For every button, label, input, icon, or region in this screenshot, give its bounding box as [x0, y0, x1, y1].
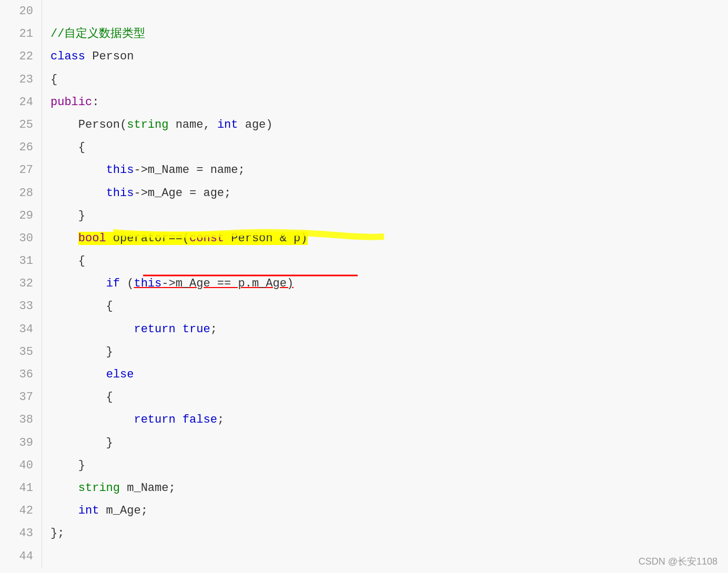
- line-content: else: [42, 363, 728, 386]
- line-content: this->m_Age = age;: [42, 182, 728, 204]
- code-row: 23{: [0, 68, 728, 91]
- line-number: 40: [0, 454, 42, 477]
- line-number: 38: [0, 408, 42, 431]
- line-content: bool operator==(const Person & p): [42, 227, 728, 250]
- line-number: 31: [0, 250, 42, 272]
- code-row: 28 this->m_Age = age;: [0, 182, 728, 204]
- line-content: int m_Age;: [42, 499, 728, 522]
- line-number: 27: [0, 159, 42, 181]
- line-content: [42, 0, 728, 23]
- line-number: 30: [0, 227, 42, 250]
- code-row: 31 {: [0, 250, 728, 272]
- code-row: 32 if (this->m_Age == p.m_Age): [0, 272, 728, 295]
- code-row: 38 return false;: [0, 408, 728, 431]
- line-number: 41: [0, 477, 42, 499]
- line-number: 22: [0, 45, 42, 68]
- code-row: 39 }: [0, 432, 728, 454]
- code-row: 44: [0, 545, 728, 568]
- line-content: return true;: [42, 318, 728, 341]
- code-row: 34 return true;: [0, 318, 728, 341]
- line-number: 32: [0, 272, 42, 295]
- line-content: {: [42, 68, 728, 91]
- line-number: 44: [0, 545, 42, 568]
- line-number: 26: [0, 136, 42, 159]
- line-content: {: [42, 136, 728, 159]
- code-row: 27 this->m_Name = name;: [0, 159, 728, 181]
- code-row: 20: [0, 0, 728, 23]
- line-content: }: [42, 432, 728, 454]
- code-row: 35 }: [0, 341, 728, 363]
- line-content: string m_Name;: [42, 477, 728, 499]
- line-number: 42: [0, 499, 42, 522]
- line-number: 23: [0, 68, 42, 91]
- line-content: {: [42, 250, 728, 272]
- line-number: 33: [0, 295, 42, 318]
- line-number: 20: [0, 0, 42, 23]
- line-number: 29: [0, 204, 42, 227]
- line-content: }: [42, 204, 728, 227]
- line-number: 35: [0, 341, 42, 363]
- code-row: 42 int m_Age;: [0, 499, 728, 522]
- line-content: }: [42, 454, 728, 477]
- line-number: 28: [0, 182, 42, 204]
- code-row: 33 {: [0, 295, 728, 318]
- code-row: 37 {: [0, 386, 728, 408]
- code-row: 29 }: [0, 204, 728, 227]
- line-number: 25: [0, 114, 42, 136]
- code-row: 22class Person: [0, 45, 728, 68]
- line-content: public:: [42, 91, 728, 114]
- code-row: 40 }: [0, 454, 728, 477]
- line-content: //自定义数据类型: [42, 23, 728, 45]
- watermark-label: CSDN @长安1108: [639, 555, 717, 568]
- code-row: 41 string m_Name;: [0, 477, 728, 499]
- line-number: 43: [0, 522, 42, 545]
- line-content: class Person: [42, 45, 728, 68]
- line-number: 39: [0, 432, 42, 454]
- code-row: 36 else: [0, 363, 728, 386]
- line-content: this->m_Name = name;: [42, 159, 728, 181]
- line-number: 36: [0, 363, 42, 386]
- line-content: {: [42, 295, 728, 318]
- line-content: return false;: [42, 408, 728, 431]
- code-row: 25 Person(string name, int age): [0, 114, 728, 136]
- line-content: }: [42, 341, 728, 363]
- line-number: 34: [0, 318, 42, 341]
- line-number: 24: [0, 91, 42, 114]
- line-number: 21: [0, 23, 42, 45]
- code-lines: 20 21//自定义数据类型22class Person23{24public:…: [0, 0, 728, 568]
- line-content: [42, 545, 728, 568]
- code-row: 30 bool operator==(const Person & p): [0, 227, 728, 250]
- code-row: 43};: [0, 522, 728, 545]
- line-number: 37: [0, 386, 42, 408]
- line-content: {: [42, 386, 728, 408]
- code-row: 24public:: [0, 91, 728, 114]
- code-row: 26 {: [0, 136, 728, 159]
- code-row: 21//自定义数据类型: [0, 23, 728, 45]
- line-content: };: [42, 522, 728, 545]
- code-editor: 20 21//自定义数据类型22class Person23{24public:…: [0, 0, 728, 573]
- line-content: if (this->m_Age == p.m_Age): [42, 272, 728, 295]
- line-content: Person(string name, int age): [42, 114, 728, 136]
